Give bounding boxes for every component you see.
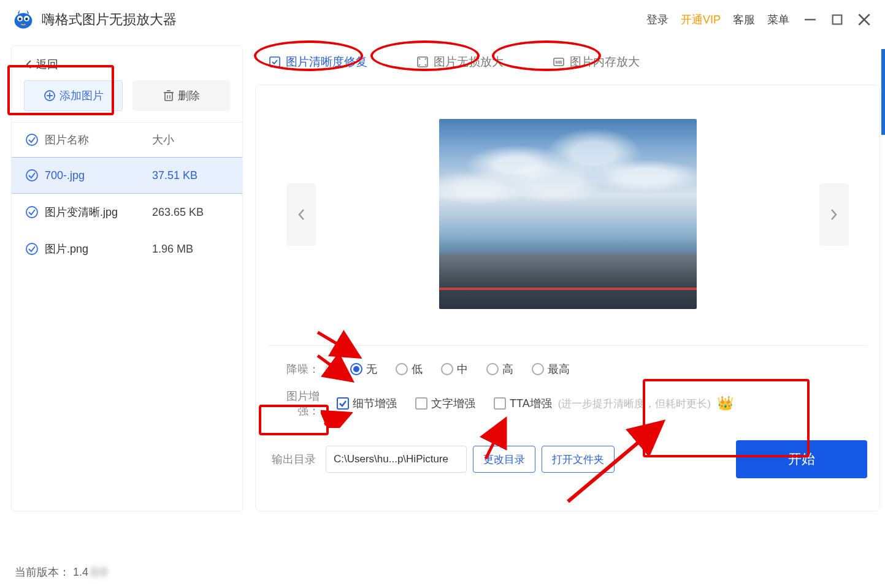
- radio-label: 低: [412, 362, 423, 376]
- preview-image: [439, 119, 697, 309]
- app-title: 嗨格式图片无损放大器: [42, 10, 646, 29]
- svg-rect-6: [833, 15, 842, 25]
- noise-label: 降噪：: [268, 362, 320, 376]
- delete-label: 删除: [178, 88, 200, 103]
- enhance-label: 图片增强：: [268, 389, 320, 418]
- checkbox-icon: [494, 397, 506, 410]
- tab-1[interactable]: 图片无损放大: [410, 50, 510, 74]
- svg-rect-12: [165, 93, 172, 101]
- crown-icon: 👑: [717, 395, 734, 411]
- check-label: TTA增强: [510, 396, 552, 411]
- noise-radio-无[interactable]: 无: [350, 362, 377, 376]
- file-row[interactable]: 图片变清晰.jpg 263.65 KB: [12, 194, 242, 231]
- file-list: 700-.jpg 37.51 KB 图片变清晰.jpg 263.65 KB 图片…: [12, 157, 242, 267]
- back-label: 返回: [36, 57, 58, 72]
- main-area: 返回 添加图片 删除 图片名称 大小 700-.jpg 37.51 KB 图片变…: [0, 39, 885, 511]
- login-link[interactable]: 登录: [646, 12, 669, 27]
- tab-icon: MB: [553, 56, 565, 68]
- tab-2[interactable]: MB图片内存放大: [546, 50, 646, 74]
- maximize-button[interactable]: [829, 11, 846, 28]
- file-name: 700-.jpg: [45, 169, 152, 182]
- file-size: 37.51 KB: [152, 169, 197, 182]
- file-name: 图片.png: [45, 242, 152, 256]
- enhance-check-细节增强[interactable]: 细节增强: [337, 396, 397, 411]
- check-all-icon[interactable]: [25, 133, 39, 147]
- preview-area: 降噪： ? 无低中高最高 图片增强： 细节增强文字增强TTA增强 (进一步提升清…: [255, 85, 880, 511]
- radio-label: 最高: [548, 362, 570, 376]
- noise-radio-最高[interactable]: 最高: [532, 362, 570, 376]
- file-name: 图片变清晰.jpg: [45, 205, 152, 220]
- svg-point-17: [26, 134, 37, 145]
- noise-radio-中[interactable]: 中: [441, 362, 468, 376]
- chevron-right-icon: [829, 207, 839, 222]
- checkbox-icon: [415, 397, 427, 410]
- radio-label: 无: [366, 362, 377, 376]
- open-folder-button[interactable]: 打开文件夹: [542, 446, 615, 473]
- support-link[interactable]: 客服: [733, 12, 755, 27]
- check-label: 细节增强: [353, 396, 397, 411]
- menu-link[interactable]: 菜单: [767, 12, 789, 27]
- titlebar: 嗨格式图片无损放大器 登录 开通VIP 客服 菜单: [0, 0, 885, 39]
- file-row[interactable]: 图片.png 1.96 MB: [12, 231, 242, 267]
- file-row[interactable]: 700-.jpg 37.51 KB: [12, 157, 242, 194]
- file-list-header: 图片名称 大小: [12, 122, 242, 157]
- next-image-button[interactable]: [819, 183, 849, 246]
- add-image-label: 添加图片: [59, 88, 104, 103]
- version-blur: .0.0: [88, 566, 107, 579]
- tab-0[interactable]: 图片清晰度修复: [262, 50, 374, 74]
- check-circle-icon: [25, 169, 39, 182]
- prev-image-button[interactable]: [286, 183, 316, 246]
- noise-radio-高[interactable]: 高: [486, 362, 513, 376]
- tab-icon: [416, 56, 429, 68]
- svg-point-0: [15, 13, 33, 28]
- radio-icon: [350, 363, 362, 375]
- chevron-left-icon: [25, 59, 33, 69]
- header-name: 图片名称: [45, 132, 152, 147]
- radio-icon: [441, 363, 453, 375]
- output-path-field[interactable]: C:\Users\hu...p\HiPicture: [326, 446, 467, 473]
- help-icon[interactable]: ?: [326, 362, 339, 376]
- enhance-check-TTA增强[interactable]: TTA增强: [494, 396, 552, 411]
- svg-point-3: [18, 18, 21, 20]
- add-image-button[interactable]: 添加图片: [24, 80, 123, 111]
- svg-point-20: [26, 243, 37, 254]
- radio-label: 中: [457, 362, 468, 376]
- plus-circle-icon: [44, 90, 56, 102]
- tab-label: 图片清晰度修复: [286, 54, 367, 70]
- chevron-left-icon: [296, 207, 306, 222]
- svg-point-18: [26, 170, 37, 181]
- checkbox-icon: [337, 397, 349, 410]
- noise-radio-低[interactable]: 低: [396, 362, 423, 376]
- minimize-button[interactable]: [802, 11, 819, 28]
- back-link[interactable]: 返回: [12, 53, 242, 80]
- file-size: 1.96 MB: [152, 243, 193, 256]
- enhance-check-group: 细节增强文字增强TTA增强: [337, 396, 552, 411]
- top-links: 登录 开通VIP 客服 菜单: [646, 12, 789, 27]
- enhance-check-文字增强[interactable]: 文字增强: [415, 396, 475, 411]
- footer: 当前版本： 1.4.0.0: [15, 565, 107, 579]
- trash-icon: [163, 90, 174, 102]
- output-row: 输出目录 C:\Users\hu...p\HiPicture 更改目录 打开文件…: [268, 440, 867, 478]
- tab-icon: [269, 56, 281, 68]
- tabs: 图片清晰度修复图片无损放大MB图片内存放大: [255, 45, 880, 85]
- enhance-row: 图片增强： 细节增强文字增强TTA增强 (进一步提升清晰度，但耗时更长) 👑: [268, 385, 867, 422]
- vip-link[interactable]: 开通VIP: [681, 12, 721, 27]
- radio-icon: [486, 363, 499, 375]
- start-button[interactable]: 开始: [736, 440, 867, 478]
- svg-text:MB: MB: [556, 60, 562, 64]
- version-prefix: 1.4: [73, 566, 88, 578]
- radio-icon: [532, 363, 544, 375]
- svg-point-4: [25, 18, 28, 20]
- check-label: 文字增强: [431, 396, 475, 411]
- svg-rect-21: [270, 57, 280, 67]
- close-button[interactable]: [856, 11, 873, 28]
- delete-button[interactable]: 删除: [132, 80, 230, 111]
- right-edge-strip: [881, 49, 885, 135]
- svg-point-19: [26, 207, 37, 218]
- check-circle-icon: [25, 242, 39, 256]
- noise-row: 降噪： ? 无低中高最高: [268, 358, 867, 380]
- preview-row: [268, 97, 867, 330]
- change-dir-button[interactable]: 更改目录: [473, 446, 535, 473]
- right-panel: 图片清晰度修复图片无损放大MB图片内存放大 降噪： ? 无低中高最高 图片增强：: [255, 45, 880, 511]
- version-label: 当前版本：: [15, 566, 70, 578]
